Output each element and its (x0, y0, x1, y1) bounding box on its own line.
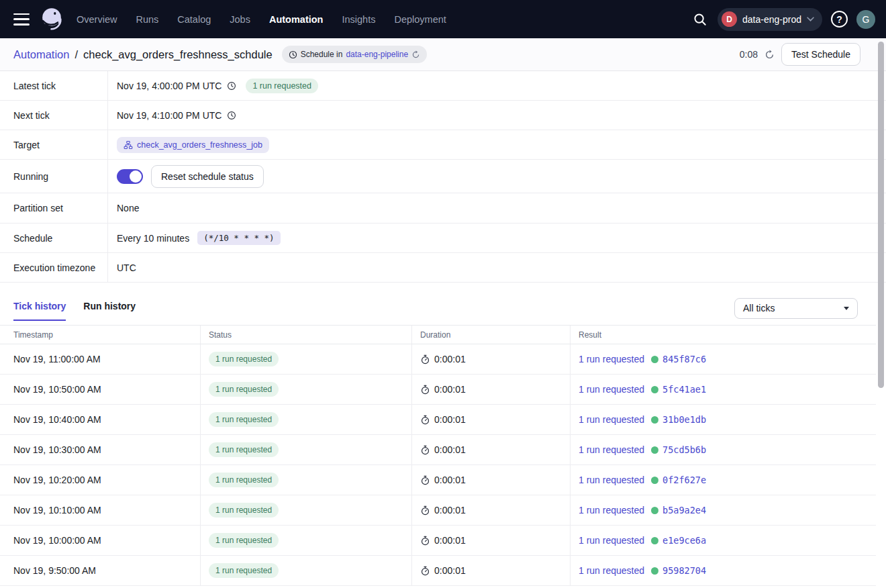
deployment-switcher[interactable]: D data-eng-prod (718, 8, 822, 31)
run-status-dot (651, 507, 658, 514)
tick-status-badge: 1 run requested (209, 352, 279, 366)
deployment-name: data-eng-prod (742, 14, 801, 25)
tick-timestamp-cell: Nov 19, 10:20:00 AM (0, 465, 201, 495)
tick-status-badge: 1 run requested (209, 442, 279, 457)
nav-item-runs[interactable]: Runs (136, 14, 158, 25)
nav-item-catalog[interactable]: Catalog (177, 14, 211, 25)
run-status-dot (651, 537, 658, 544)
tick-status-cell: 1 run requested (201, 405, 412, 434)
reset-schedule-status-button[interactable]: Reset schedule status (151, 165, 264, 188)
tick-timestamp-cell: Nov 19, 11:00:00 AM (0, 344, 201, 374)
tab-tick-history[interactable]: Tick history (13, 301, 66, 321)
detail-row-partition-set: Partition set None (0, 193, 886, 224)
run-id-link[interactable]: 0f2f627e (662, 475, 706, 485)
run-id-link[interactable]: 95982704 (662, 565, 706, 576)
tick-filter-select[interactable]: All ticks (734, 298, 858, 319)
tick-result-cell: 1 run requested 75cd5b6b (571, 435, 876, 464)
code-location-link[interactable]: data-eng-pipeline (346, 50, 408, 59)
run-requested-link[interactable]: 1 run requested (579, 354, 644, 364)
timezone-label: Execution timezone (0, 253, 108, 282)
tick-result-cell: 1 run requested 31b0e1db (571, 405, 876, 434)
table-row: Nov 19, 10:40:00 AM 1 run requested 0:00… (0, 405, 876, 435)
run-requested-link[interactable]: 1 run requested (579, 565, 644, 576)
tick-result-cell: 1 run requested e1e9ce6a (571, 526, 876, 555)
tick-timestamp: Nov 19, 10:40:00 AM (13, 414, 101, 425)
run-id-link[interactable]: b5a9a2e4 (662, 505, 706, 516)
nav-item-automation[interactable]: Automation (269, 14, 324, 25)
run-id-link[interactable]: 5fc41ae1 (662, 384, 706, 395)
refresh-countdown: 0:08 (740, 49, 758, 60)
nav-item-insights[interactable]: Insights (342, 14, 375, 25)
tick-duration-cell: 0:00:01 (412, 375, 571, 404)
tick-duration: 0:00:01 (434, 354, 466, 364)
column-header-duration: Duration (412, 326, 571, 344)
tick-status-badge: 1 run requested (209, 412, 279, 427)
nav-item-jobs[interactable]: Jobs (230, 14, 250, 25)
run-requested-link[interactable]: 1 run requested (579, 414, 644, 425)
run-requested-link[interactable]: 1 run requested (579, 535, 644, 546)
tick-timestamp-cell: Nov 19, 10:00:00 AM (0, 526, 201, 555)
menu-icon[interactable] (13, 13, 30, 26)
breadcrumb-automation-link[interactable]: Automation (13, 48, 69, 61)
tick-result-cell: 1 run requested 845f87c6 (571, 344, 876, 374)
tick-timestamp-cell: Nov 19, 10:50:00 AM (0, 375, 201, 404)
clock-icon (227, 111, 236, 120)
run-status-dot (651, 446, 658, 454)
search-icon[interactable] (691, 11, 709, 28)
reload-location-icon[interactable] (411, 50, 420, 59)
tick-status-badge: 1 run requested (209, 503, 279, 518)
stopwatch-icon (420, 475, 430, 485)
refresh-icon[interactable] (765, 50, 775, 60)
page-title: check_avg_orders_freshness_schdule (83, 48, 273, 61)
nav-item-deployment[interactable]: Deployment (394, 14, 446, 25)
latest-tick-label: Latest tick (0, 71, 108, 100)
table-row: Nov 19, 10:20:00 AM 1 run requested 0:00… (0, 465, 876, 495)
tick-duration: 0:00:01 (434, 535, 466, 546)
target-job-chip[interactable]: check_avg_orders_freshness_job (117, 137, 269, 153)
tick-duration-cell: 0:00:01 (412, 556, 571, 585)
tab-run-history[interactable]: Run history (83, 301, 136, 321)
user-avatar[interactable]: G (856, 10, 875, 29)
run-requested-link[interactable]: 1 run requested (579, 384, 644, 395)
schedule-human-value: Every 10 minutes (117, 233, 189, 244)
detail-row-running: Running Reset schedule status (0, 160, 886, 193)
test-schedule-button[interactable]: Test Schedule (781, 43, 860, 66)
target-job-name: check_avg_orders_freshness_job (137, 140, 262, 150)
run-id-link[interactable]: 31b0e1db (662, 414, 706, 425)
tick-status-badge: 1 run requested (209, 473, 279, 487)
running-toggle[interactable] (117, 169, 143, 184)
tick-duration: 0:00:01 (434, 444, 466, 455)
tick-timestamp: Nov 19, 10:10:00 AM (13, 505, 101, 516)
vertical-scrollbar[interactable] (878, 42, 884, 388)
run-requested-link[interactable]: 1 run requested (579, 505, 644, 516)
table-header-row: Timestamp Status Duration Result (0, 325, 876, 344)
run-id-link[interactable]: e1e9ce6a (662, 535, 706, 546)
stopwatch-icon (420, 536, 430, 546)
deployment-initial-badge: D (722, 11, 737, 27)
help-icon[interactable]: ? (831, 11, 848, 28)
tick-status-badge: 1 run requested (209, 533, 279, 548)
tick-status-badge: 1 run requested (209, 563, 279, 578)
run-status-dot (651, 477, 658, 484)
nav-item-overview[interactable]: Overview (77, 14, 117, 25)
stopwatch-icon (420, 445, 430, 455)
tick-status-cell: 1 run requested (201, 495, 412, 525)
run-id-link[interactable]: 845f87c6 (662, 354, 706, 364)
run-id-link[interactable]: 75cd5b6b (662, 444, 706, 455)
tick-timestamp-cell: Nov 19, 10:10:00 AM (0, 495, 201, 525)
tick-timestamp: Nov 19, 10:30:00 AM (13, 444, 101, 455)
header-actions: 0:08 Test Schedule (740, 43, 873, 66)
tick-result-cell: 1 run requested b5a9a2e4 (571, 495, 876, 525)
tick-timestamp: Nov 19, 10:50:00 AM (13, 384, 101, 395)
run-requested-link[interactable]: 1 run requested (579, 444, 644, 455)
schedule-context-prefix: Schedule in (301, 50, 343, 59)
stopwatch-icon (420, 415, 430, 425)
tick-timestamp-cell: Nov 19, 9:50:00 AM (0, 556, 201, 585)
top-nav: Overview Runs Catalog Jobs Automation In… (0, 0, 886, 38)
table-row: Nov 19, 10:00:00 AM 1 run requested 0:00… (0, 526, 876, 556)
tick-timestamp: Nov 19, 9:50:00 AM (13, 565, 96, 576)
run-requested-link[interactable]: 1 run requested (579, 475, 644, 485)
tick-status-cell: 1 run requested (201, 526, 412, 555)
tick-history-table: Timestamp Status Duration Result Nov 19,… (0, 325, 876, 586)
column-header-result: Result (571, 326, 876, 344)
